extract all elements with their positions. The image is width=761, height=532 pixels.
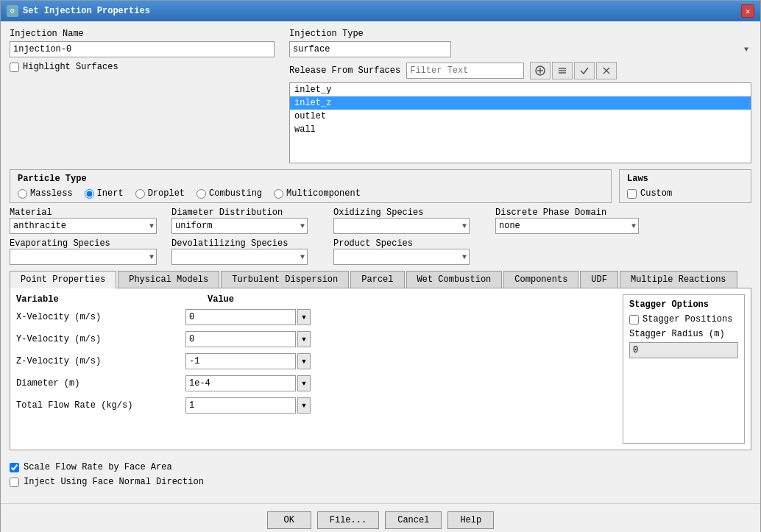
- var-row-total-flow-rate: Total Flow Rate (kg/s) ▼: [16, 397, 608, 414]
- value-input-diameter[interactable]: [185, 375, 296, 391]
- value-dropdown-total-flow-rate[interactable]: ▼: [297, 397, 311, 414]
- stagger-positions-label[interactable]: Stagger Positions: [629, 314, 738, 324]
- value-input-z-velocity[interactable]: [185, 353, 296, 369]
- custom-checkbox[interactable]: [627, 189, 637, 199]
- discrete-phase-domain-label: Discrete Phase Domain: [495, 208, 751, 218]
- tabs-row: Point Properties Physical Models Turbule…: [10, 271, 751, 288]
- highlight-surfaces-checkbox[interactable]: [10, 63, 19, 72]
- diameter-distribution-wrapper: uniform ▼: [171, 218, 308, 234]
- radio-droplet[interactable]: Droplet: [135, 188, 185, 199]
- var-row-x-velocity: X-Velocity (m/s) ▼: [16, 309, 608, 325]
- stagger-radius-group: Stagger Radius (m): [629, 329, 738, 358]
- product-species-group: Product Species ▼: [333, 238, 488, 265]
- value-input-y-velocity[interactable]: [185, 331, 296, 347]
- evaporating-species-label: Evaporating Species: [10, 238, 164, 249]
- oxidizing-species-label: Oxidizing Species: [333, 208, 488, 218]
- surface-item-inlet-z[interactable]: inlet_z: [290, 96, 751, 110]
- toolbar-btn-add[interactable]: [530, 62, 551, 79]
- ok-button[interactable]: OK: [267, 511, 311, 529]
- surface-item-inlet-y[interactable]: inlet_y: [290, 83, 751, 96]
- tab-content: Variable Value X-Velocity (m/s) ▼ Y-Ve: [10, 288, 751, 450]
- value-wrapper-z-velocity: ▼: [185, 353, 311, 369]
- tab-multiple-reactions[interactable]: Multiple Reactions: [620, 271, 737, 288]
- toolbar-btn-clear[interactable]: [596, 62, 617, 79]
- radio-combusting[interactable]: Combusting: [197, 188, 262, 199]
- injection-type-wrapper: surface ▼: [289, 41, 751, 57]
- var-name-diameter: Diameter (m): [16, 378, 178, 389]
- value-col-header: Value: [208, 294, 608, 305]
- evaporating-species-select[interactable]: [10, 249, 157, 265]
- particle-type-title: Particle Type: [18, 174, 604, 184]
- value-wrapper-x-velocity: ▼: [185, 309, 311, 325]
- radio-multicomponent[interactable]: Multicomponent: [274, 188, 361, 199]
- laws-section: Laws Custom: [619, 169, 751, 203]
- value-dropdown-diameter[interactable]: ▼: [297, 375, 311, 391]
- tab-components[interactable]: Components: [503, 271, 578, 288]
- injection-name-label: Injection Name: [10, 29, 282, 39]
- cancel-button[interactable]: Cancel: [385, 511, 442, 529]
- help-button[interactable]: Help: [447, 511, 494, 529]
- highlight-area: Highlight Surfaces: [10, 62, 282, 163]
- tab-physical-models[interactable]: Physical Models: [118, 271, 219, 288]
- stagger-positions-checkbox[interactable]: [629, 315, 639, 324]
- inject-face-normal-checkbox[interactable]: [10, 478, 19, 487]
- diameter-distribution-label: Diameter Distribution: [171, 208, 326, 218]
- surfaces-filter-input[interactable]: [406, 63, 524, 79]
- bottom-buttons: OK File... Cancel Help: [1, 503, 760, 532]
- particle-type-radio-row: Massless Inert Droplet Combusting Multic…: [18, 188, 604, 199]
- var-name-y-velocity: Y-Velocity (m/s): [16, 334, 178, 344]
- dialog-title: Set Injection Properties: [23, 6, 150, 16]
- injection-type-select[interactable]: surface: [289, 41, 451, 57]
- surfaces-header: Release From Surfaces: [289, 62, 751, 79]
- value-dropdown-y-velocity[interactable]: ▼: [297, 331, 311, 347]
- laws-title: Laws: [627, 174, 743, 184]
- material-select[interactable]: anthracite: [10, 218, 157, 234]
- variable-col-header: Variable: [16, 294, 178, 305]
- radio-inert[interactable]: Inert: [85, 188, 124, 199]
- file-button[interactable]: File...: [317, 511, 379, 529]
- material-label: Material: [10, 208, 164, 218]
- surfaces-area: Highlight Surfaces Release From Surfaces: [10, 62, 751, 163]
- value-dropdown-x-velocity[interactable]: ▼: [297, 309, 311, 325]
- product-species-select[interactable]: [333, 249, 470, 265]
- tab-parcel[interactable]: Parcel: [350, 271, 404, 288]
- value-wrapper-y-velocity: ▼: [185, 331, 311, 347]
- var-name-total-flow-rate: Total Flow Rate (kg/s): [16, 400, 178, 411]
- tab-turbulent-dispersion[interactable]: Turbulent Dispersion: [221, 271, 349, 288]
- top-area: Injection Name Injection Type surface ▼: [10, 29, 751, 57]
- close-button[interactable]: ✕: [741, 4, 754, 18]
- tab-wet-combustion[interactable]: Wet Combustion: [406, 271, 503, 288]
- variable-table: Variable Value X-Velocity (m/s) ▼ Y-Ve: [16, 294, 608, 444]
- value-dropdown-z-velocity[interactable]: ▼: [297, 353, 311, 369]
- stagger-options: Stagger Options Stagger Positions Stagge…: [623, 294, 745, 444]
- devolatilizing-species-wrapper: ▼: [171, 249, 308, 265]
- discrete-phase-domain-select[interactable]: none: [495, 218, 639, 234]
- injection-name-input[interactable]: [10, 41, 275, 57]
- custom-label[interactable]: Custom: [627, 188, 743, 199]
- stagger-radius-input[interactable]: [629, 342, 738, 358]
- injection-type-arrow-icon: ▼: [744, 46, 748, 54]
- devolatilizing-species-select[interactable]: [171, 249, 308, 265]
- value-input-total-flow-rate[interactable]: [185, 397, 296, 414]
- tab-point-properties[interactable]: Point Properties: [10, 271, 116, 288]
- checkboxes-section: Scale Flow Rate by Face Area Inject Usin…: [10, 458, 751, 496]
- injection-right: Injection Type surface ▼: [289, 29, 751, 57]
- var-row-diameter: Diameter (m) ▼: [16, 375, 608, 391]
- value-wrapper-diameter: ▼: [185, 375, 311, 391]
- highlight-surfaces-label[interactable]: Highlight Surfaces: [10, 62, 282, 72]
- stagger-radius-label: Stagger Radius (m): [629, 329, 738, 339]
- radio-massless[interactable]: Massless: [18, 188, 73, 199]
- toolbar-btn-list[interactable]: [552, 62, 573, 79]
- tab-udf[interactable]: UDF: [580, 271, 618, 288]
- surface-item-wall[interactable]: wall: [290, 123, 751, 136]
- material-group: Material anthracite ▼: [10, 208, 164, 234]
- particle-type-section: Particle Type Massless Inert Droplet Com…: [10, 169, 612, 203]
- surface-item-outlet[interactable]: outlet: [290, 110, 751, 123]
- toolbar-btn-check[interactable]: [574, 62, 595, 79]
- oxidizing-species-select[interactable]: [333, 218, 470, 234]
- release-surfaces-area: Release From Surfaces: [289, 62, 751, 163]
- product-species-label: Product Species: [333, 238, 488, 249]
- value-input-x-velocity[interactable]: [185, 309, 296, 325]
- diameter-distribution-select[interactable]: uniform: [171, 218, 308, 234]
- scale-flow-rate-checkbox[interactable]: [10, 463, 19, 472]
